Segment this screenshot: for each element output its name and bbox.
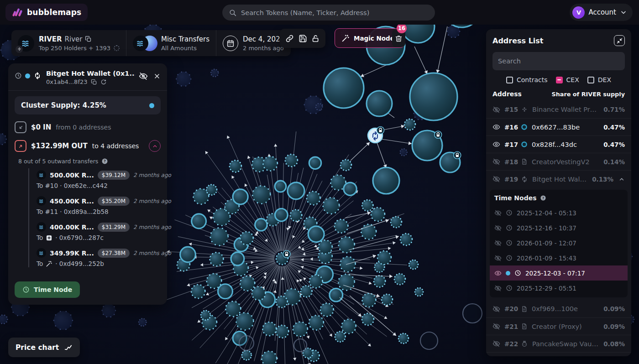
address-row[interactable]: #21Creator (Proxy)0.09%	[486, 317, 631, 335]
chevron-glyph	[618, 176, 625, 182]
river-waves-icon	[38, 250, 45, 256]
wallet-address: 0x1ab4...8f23	[46, 78, 88, 85]
help-icon[interactable]	[101, 158, 108, 165]
eye-off-icon[interactable]	[494, 239, 502, 247]
address-row[interactable]: #15Binance Wallet Prox...0.71%	[486, 101, 631, 118]
transfer-pair-icons	[133, 36, 157, 51]
clock-glyph	[506, 224, 513, 231]
eye-off-icon[interactable]	[492, 106, 500, 114]
file-glyph	[521, 323, 528, 330]
time-node-label: 2025-12-29 - 05:51	[517, 285, 576, 292]
address-name: PancakeSwap Vault ...	[532, 340, 599, 348]
eye-icon[interactable]	[494, 270, 502, 277]
outflow-row[interactable]: $132.99M OUT to 4 addresses	[15, 140, 161, 152]
time-node-row[interactable]: 2025-12-03 - 07:17	[490, 265, 628, 281]
address-search-input[interactable]	[498, 57, 619, 65]
time-node-button[interactable]: Time Node	[15, 281, 80, 298]
magic-wand-icon	[341, 34, 350, 42]
address-search[interactable]	[492, 52, 625, 70]
time-node-row[interactable]: 2025-12-29 - 05:51	[490, 281, 628, 296]
chevron-up-icon[interactable]	[618, 176, 625, 182]
brand-logo[interactable]: bubblemaps	[5, 4, 88, 21]
account-menu[interactable]: V Account	[570, 4, 633, 21]
address-row[interactable]: #160x6627...83be0.47%	[486, 118, 631, 135]
transfer-item[interactable]: 500.00K R...$39.12M2 months agoTo #10 · …	[37, 170, 161, 189]
address-row[interactable]: #200xf969...100e0.09%	[486, 300, 631, 317]
checkbox-cex[interactable]	[556, 77, 563, 83]
token-search[interactable]	[222, 5, 435, 21]
eye-off-icon[interactable]	[492, 340, 500, 348]
token-search-input[interactable]	[241, 9, 429, 16]
hide-node-icon[interactable]	[139, 72, 148, 81]
file-icon	[521, 158, 528, 165]
top-bar: bubblemaps V Account	[0, 0, 639, 25]
chevron-down-icon	[620, 9, 627, 16]
magic-node-icon	[46, 260, 52, 267]
time-node-row[interactable]: 2025-12-04 - 05:13	[490, 205, 628, 220]
eye-icon[interactable]	[492, 140, 500, 148]
pancake-icon	[521, 340, 528, 348]
eye-off-icon[interactable]	[492, 322, 500, 330]
filter-dex[interactable]: DEX	[587, 76, 611, 83]
clock-glyph	[514, 270, 521, 276]
eye-off-icon[interactable]	[494, 255, 502, 262]
address-row[interactable]: #18CreatorVestingV20.14%	[486, 153, 631, 170]
transfer-item[interactable]: 450.00K R...$35.20M2 months agoTo #11 · …	[37, 196, 161, 215]
token-icon	[37, 170, 46, 180]
share-link-button[interactable]	[285, 34, 294, 43]
address-row[interactable]: #22PancakeSwap Vault ...0.08%	[486, 335, 631, 352]
time-nodes-help-icon[interactable]	[540, 195, 546, 201]
eye-off-icon[interactable]	[494, 209, 502, 217]
transfer-amount: 450.00K R...	[50, 198, 94, 205]
transfer-time: 2 months ago	[133, 198, 171, 204]
wallet-detail-panel: Bitget Hot Wallet (0x1... 0x1ab4...8f23 …	[8, 63, 167, 305]
eye-off-icon[interactable]	[492, 158, 500, 166]
address-filters: ContractsCEXDEX	[486, 76, 631, 83]
clock-glyph	[506, 239, 513, 246]
close-icon[interactable]	[153, 73, 161, 80]
copy-icon[interactable]	[85, 36, 92, 42]
transfer-mode-chip[interactable]: Misc Transfers All Amounts	[126, 30, 216, 56]
address-rows-top: #15Binance Wallet Prox...0.71%#160x6627.…	[486, 101, 631, 187]
cluster-supply-label: Cluster Supply: 4.25%	[21, 101, 149, 109]
address-list-panel: Address List ContractsCEXDEX Address Sha…	[486, 29, 631, 356]
eye-glyph	[492, 322, 500, 330]
price-chart-button[interactable]: Price chart	[8, 338, 80, 357]
ring-icon	[521, 141, 528, 148]
copy-address-icon[interactable]	[91, 79, 97, 85]
column-share: Share of RIVER supply	[551, 91, 625, 98]
eye-off-icon[interactable]	[492, 305, 500, 313]
checkbox-contracts[interactable]	[506, 77, 513, 83]
eye-off-icon[interactable]	[492, 175, 500, 183]
eye-icon[interactable]	[492, 123, 500, 131]
address-rank: #18	[504, 158, 517, 166]
transfer-item[interactable]: 400.00K R...$31.29M2 months agoTo· 0x679…	[37, 222, 161, 241]
token-chip[interactable]: RIVER River Top 250 Holders + 1393	[11, 30, 126, 56]
transfers-note: 8 out of 5 outward transfers	[18, 158, 98, 165]
checkbox-dex[interactable]	[587, 77, 594, 83]
search-icon	[229, 9, 237, 17]
filter-cex[interactable]: CEX	[556, 76, 579, 83]
open-explorer-icon[interactable]	[100, 79, 107, 85]
eye-off-icon[interactable]	[494, 285, 502, 292]
address-row[interactable]: #19Bitget Hot Wall...0.13%	[486, 170, 631, 187]
ring-glyph	[521, 141, 528, 148]
collapse-panel-button[interactable]	[614, 35, 625, 46]
address-share: 0.47%	[603, 124, 625, 131]
eye-off-icon[interactable]	[494, 224, 502, 232]
token-icon	[37, 248, 46, 258]
save-button[interactable]	[299, 34, 307, 43]
address-rank: #19	[504, 176, 517, 183]
time-node-label: 2025-12-16 - 10:37	[517, 224, 576, 232]
collapse-outflows-button[interactable]	[149, 140, 161, 152]
time-nodes-title: Time Nodes	[494, 194, 537, 202]
transfer-item[interactable]: 349.99K R...$27.38M2 months agoTo· 0xd49…	[37, 248, 161, 267]
address-row[interactable]: #170x828f...43dc0.47%	[486, 135, 631, 153]
filter-contracts[interactable]: Contracts	[506, 76, 548, 83]
unlock-button[interactable]	[311, 34, 320, 43]
eye-glyph	[492, 340, 500, 348]
time-node-row[interactable]: 2026-01-09 - 12:07	[490, 235, 628, 250]
time-node-row[interactable]: 2026-01-09 - 15:43	[490, 250, 628, 265]
address-row[interactable]: #23CreatorVestingV20.08%	[486, 352, 631, 356]
time-node-row[interactable]: 2025-12-16 - 10:37	[490, 220, 628, 235]
